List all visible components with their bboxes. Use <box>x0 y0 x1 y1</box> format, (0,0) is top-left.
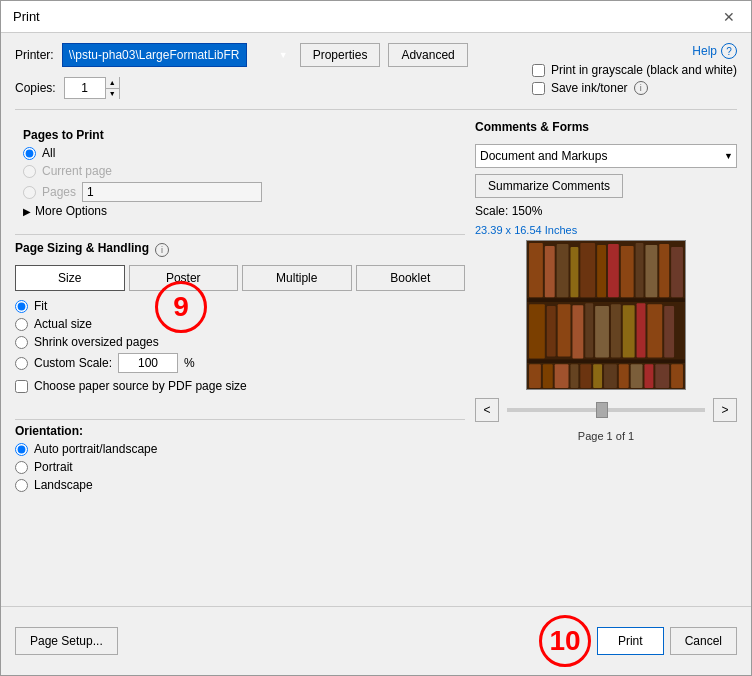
custom-scale-radio[interactable] <box>15 357 28 370</box>
svg-rect-16 <box>529 304 545 358</box>
top-right: Help ? Print in grayscale (black and whi… <box>532 43 737 95</box>
pages-label[interactable]: Pages <box>42 185 76 199</box>
poster-button[interactable]: Poster <box>129 265 239 291</box>
nav-slider[interactable] <box>507 408 705 412</box>
multiple-button[interactable]: Multiple <box>242 265 352 291</box>
print-button[interactable]: Print <box>597 627 664 655</box>
actual-size-label[interactable]: Actual size <box>34 317 92 331</box>
all-label[interactable]: All <box>42 146 55 160</box>
svg-rect-38 <box>644 364 653 388</box>
actual-size-radio[interactable] <box>15 318 28 331</box>
auto-label[interactable]: Auto portrait/landscape <box>34 442 157 456</box>
custom-scale-radio-row: Custom Scale: % <box>15 353 465 373</box>
svg-rect-39 <box>655 364 669 388</box>
printer-label: Printer: <box>15 48 54 62</box>
preview-area: 23.39 x 16.54 Inches <box>475 224 737 596</box>
page-sizing-title: Page Sizing & Handling <box>15 241 149 255</box>
grayscale-checkbox[interactable] <box>532 64 545 77</box>
custom-scale-label[interactable]: Custom Scale: <box>34 356 112 370</box>
pages-radio[interactable] <box>23 186 36 199</box>
help-link[interactable]: Help ? <box>692 43 737 59</box>
grayscale-row: Print in grayscale (black and white) <box>532 63 737 77</box>
svg-rect-27 <box>527 359 685 363</box>
svg-rect-11 <box>645 245 657 297</box>
svg-rect-32 <box>570 364 578 388</box>
page-sizing-section: Page Sizing & Handling i Size Poster Mul… <box>15 234 465 393</box>
copies-increment[interactable]: ▲ <box>105 77 119 89</box>
separator-2 <box>15 419 465 420</box>
preview-image <box>526 240 686 390</box>
fit-label[interactable]: Fit <box>34 299 47 313</box>
shrink-label[interactable]: Shrink oversized pages <box>34 335 159 349</box>
current-page-radio[interactable] <box>23 165 36 178</box>
svg-rect-14 <box>527 298 685 302</box>
page-sizing-info-icon: i <box>155 243 169 257</box>
cancel-button[interactable]: Cancel <box>670 627 737 655</box>
svg-rect-9 <box>621 246 634 297</box>
more-options-arrow: ▶ <box>23 206 31 217</box>
svg-rect-40 <box>671 364 683 388</box>
summarize-comments-button[interactable]: Summarize Comments <box>475 174 623 198</box>
booklet-button[interactable]: Booklet <box>356 265 466 291</box>
auto-radio[interactable] <box>15 443 28 456</box>
page-setup-button[interactable]: Page Setup... <box>15 627 118 655</box>
pages-to-print-title: Pages to Print <box>23 128 457 142</box>
shrink-radio[interactable] <box>15 336 28 349</box>
close-button[interactable]: ✕ <box>719 7 739 27</box>
copies-input-wrapper: ▲ ▼ <box>64 77 120 99</box>
save-ink-label[interactable]: Save ink/toner <box>551 81 628 95</box>
paper-source-row: Choose paper source by PDF page size <box>15 379 465 393</box>
pages-input[interactable] <box>82 182 262 202</box>
fit-radio[interactable] <box>15 300 28 313</box>
next-page-button[interactable]: > <box>713 398 737 422</box>
svg-rect-21 <box>595 306 609 357</box>
svg-rect-23 <box>623 305 635 357</box>
portrait-radio[interactable] <box>15 461 28 474</box>
portrait-radio-row: Portrait <box>15 460 465 474</box>
svg-rect-29 <box>529 364 541 388</box>
landscape-radio-row: Landscape <box>15 478 465 492</box>
landscape-label[interactable]: Landscape <box>34 478 93 492</box>
separator-1 <box>15 109 737 110</box>
copies-input[interactable] <box>65 78 105 98</box>
paper-source-label[interactable]: Choose paper source by PDF page size <box>34 379 247 393</box>
all-radio-row: All <box>23 146 457 160</box>
properties-button[interactable]: Properties <box>300 43 381 67</box>
comments-dropdown[interactable]: Document and Markups Document Document a… <box>475 144 737 168</box>
comments-forms-section: Comments & Forms Document and Markups Do… <box>475 120 737 218</box>
svg-rect-35 <box>604 364 617 388</box>
all-radio[interactable] <box>23 147 36 160</box>
top-left: Printer: \\pstu-pha03\LargeFormatLibFR P… <box>15 43 423 99</box>
svg-rect-17 <box>547 306 556 356</box>
svg-rect-18 <box>558 304 571 356</box>
print-dialog: Print ✕ Printer: \\pstu-pha03\LargeForma… <box>0 0 752 676</box>
size-button[interactable]: Size <box>15 265 125 291</box>
svg-rect-26 <box>664 306 674 357</box>
orientation-title: Orientation: <box>15 424 465 438</box>
bottom-right: 10 Print Cancel <box>539 615 737 667</box>
svg-rect-37 <box>631 364 643 388</box>
percent-label: % <box>184 356 195 370</box>
checkbox-options: Print in grayscale (black and white) Sav… <box>532 63 737 95</box>
save-ink-checkbox[interactable] <box>532 82 545 95</box>
nav-bar: < > <box>475 394 737 426</box>
advanced-button[interactable]: Advanced <box>388 43 467 67</box>
paper-source-checkbox[interactable] <box>15 380 28 393</box>
svg-rect-7 <box>597 245 606 297</box>
grayscale-label[interactable]: Print in grayscale (black and white) <box>551 63 737 77</box>
help-label: Help <box>692 44 717 58</box>
fit-radio-row: Fit <box>15 299 465 313</box>
actual-size-radio-row: Actual size <box>15 317 465 331</box>
more-options[interactable]: ▶ More Options <box>23 204 457 218</box>
custom-scale-input[interactable] <box>118 353 178 373</box>
copies-label: Copies: <box>15 81 56 95</box>
svg-rect-13 <box>671 247 683 297</box>
copies-decrement[interactable]: ▼ <box>105 89 119 100</box>
current-page-label[interactable]: Current page <box>42 164 112 178</box>
svg-rect-34 <box>593 364 602 388</box>
dialog-title: Print <box>13 9 40 24</box>
printer-select[interactable]: \\pstu-pha03\LargeFormatLibFR <box>62 43 247 67</box>
landscape-radio[interactable] <box>15 479 28 492</box>
prev-page-button[interactable]: < <box>475 398 499 422</box>
portrait-label[interactable]: Portrait <box>34 460 73 474</box>
